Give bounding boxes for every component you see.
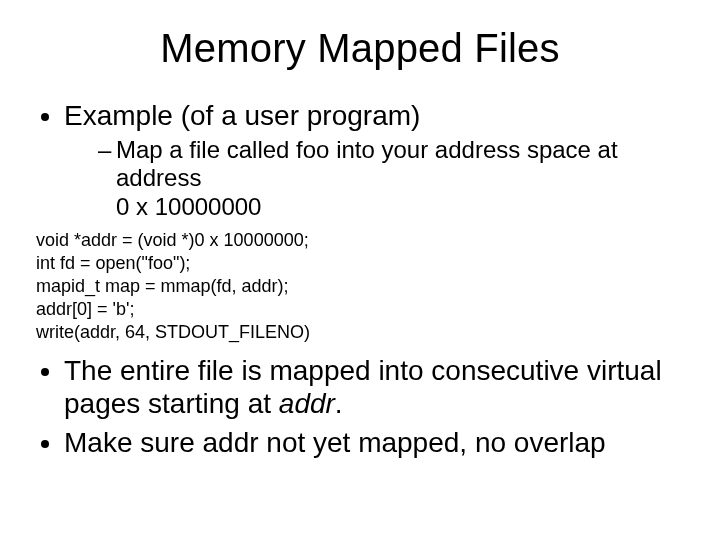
slide: Memory Mapped Files Example (of a user p…: [0, 0, 720, 540]
code-line-5: write(addr, 64, STDOUT_FILENO): [36, 321, 684, 344]
addr-italic: addr: [279, 388, 335, 419]
bullet-mapped-a: The entire file is mapped into consecuti…: [64, 355, 662, 386]
bullet-example-text: Example (of a user program): [64, 100, 420, 131]
sub-list: Map a file called foo into your address …: [64, 136, 684, 221]
bullet-list-2: The entire file is mapped into consecuti…: [36, 354, 684, 459]
code-line-1: void *addr = (void *)0 x 10000000;: [36, 229, 684, 252]
slide-title: Memory Mapped Files: [36, 26, 684, 71]
sub-bullet-map: Map a file called foo into your address …: [98, 136, 684, 221]
bullet-overlap: Make sure addr not yet mapped, no overla…: [64, 426, 684, 459]
bullet-list: Example (of a user program) Map a file c…: [36, 99, 684, 221]
bullet-overlap-text: Make sure addr not yet mapped, no overla…: [64, 427, 606, 458]
code-line-4: addr[0] = 'b';: [36, 298, 684, 321]
bullet-mapped-d: .: [335, 388, 343, 419]
bullet-example: Example (of a user program) Map a file c…: [64, 99, 684, 221]
code-block: void *addr = (void *)0 x 10000000; int f…: [36, 229, 684, 344]
sub-line2: 0 x 10000000: [116, 193, 261, 220]
sub-line1: Map a file called foo into your address …: [116, 136, 618, 191]
bullet-mapped-b: pages starting at: [64, 388, 279, 419]
bullet-mapped: The entire file is mapped into consecuti…: [64, 354, 684, 420]
code-line-2: int fd = open("foo");: [36, 252, 684, 275]
code-line-3: mapid_t map = mmap(fd, addr);: [36, 275, 684, 298]
